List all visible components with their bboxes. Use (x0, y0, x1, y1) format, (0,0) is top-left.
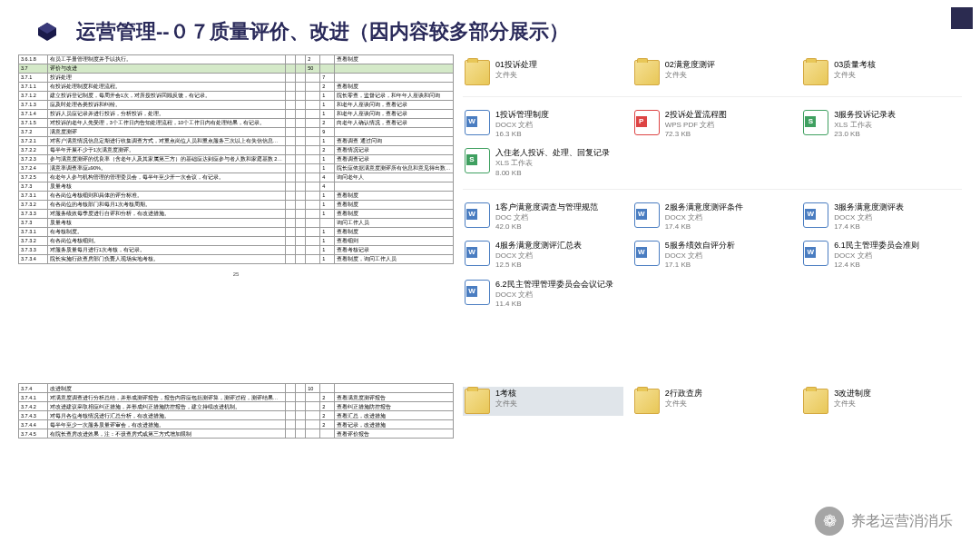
file-name: 2投诉处置流程图 (665, 110, 727, 121)
file-type: XLS 工作表 (834, 121, 896, 130)
file-grid-1: 1投诉管理制度DOCX 文档16.3 KB2投诉处置流程图WPS PDF 文档7… (463, 108, 962, 190)
file-panel: 01投诉处理文件夹02满意度测评文件夹03质量考核文件夹 1投诉管理制度DOCX… (463, 54, 962, 310)
xls-icon (465, 148, 490, 173)
folder-item[interactable]: 02满意度测评文件夹 (632, 58, 793, 87)
file-size: 72.3 KB (665, 130, 727, 139)
file-type: WPS PDF 文档 (665, 121, 727, 130)
file-item[interactable]: 1投诉管理制度DOCX 文档16.3 KB (463, 108, 623, 141)
table-row: 3.7.1.2建立投诉登记制度，每周开会1次，对所授投诉回顾反馈，有记录。1院长… (19, 92, 454, 101)
table-row: 3.7.3.3对服务绩效每季度进行自评和分析，有改进措施。1查看制度 (19, 210, 454, 219)
file-name: 03质量考核 (834, 60, 876, 71)
folder-icon (634, 60, 660, 85)
file-size: 42.0 KB (495, 222, 598, 232)
docx-icon (465, 202, 490, 228)
folder-icon (634, 389, 660, 414)
table-row: 3.7.2.3参与满意度测评的优良率（含老年人及其家属第三方）的基础应达到应参与… (19, 155, 454, 164)
file-item[interactable]: 3服务满意度测评表DOCX 文档17.4 KB (801, 201, 962, 233)
file-name: 2行政查房 (665, 389, 702, 399)
folder-item[interactable]: 03质量考核文件夹 (801, 58, 962, 87)
file-size: 23.0 KB (834, 130, 896, 139)
pdf-icon (634, 110, 660, 135)
file-name: 1客户满意度调查与管理规范 (495, 202, 598, 213)
table-row: 3.7.4改进制度10 (19, 384, 454, 393)
table-row: 3.6.1.8有员工手册管理制度并予以执行。2查看制度 (19, 55, 454, 64)
file-panel-2: 1考核文件夹2行政查房文件夹3改进制度文件夹 (463, 383, 962, 439)
file-item[interactable]: 4服务满意度测评汇总表DOCX 文档12.5 KB (463, 239, 623, 271)
folder-item[interactable]: 2行政查房文件夹 (632, 387, 793, 416)
table-row: 3.7.2.1对客户满意情况信息定期进行收集调查方式，对重点岗位人员和重点服务三… (19, 137, 454, 146)
docx-icon (634, 202, 660, 228)
docx-icon (465, 110, 490, 135)
table-row: 3.7.2.5有老年人参与机构管理的管理委员会，每半年至少开一次会议，有记录。4… (19, 173, 454, 182)
table-row: 3.7.3质量考核询问工作人员 (19, 219, 454, 228)
table-row: 3.7.3质量考核4 (19, 182, 454, 192)
file-name: 3改进制度 (834, 389, 871, 399)
watermark: ❁ 养老运营消消乐 (815, 507, 953, 536)
folder-grid-2: 1考核文件夹2行政查房文件夹3改进制度文件夹 (463, 387, 962, 416)
file-type: DOC 文档 (495, 213, 598, 222)
file-size: 12.4 KB (834, 261, 919, 270)
file-type: DOCX 文档 (495, 291, 613, 300)
file-item[interactable]: 2服务满意度测评条件DOCX 文档17.4 KB (632, 201, 793, 233)
table-row: 3.7.4.2对改进建议采取相应纠正措施，并形成纠正措施防控报告，建立持续改进机… (19, 402, 454, 411)
folder-icon (465, 389, 490, 414)
folder-item[interactable]: 01投诉处理文件夹 (463, 58, 623, 87)
header: 运营管理--０７质量评价、改进（因内容较多部分展示） (0, 0, 980, 54)
file-name: 3服务满意度测评表 (834, 202, 904, 213)
file-item[interactable]: 3服务投诉记录表XLS 工作表23.0 KB (801, 108, 962, 141)
file-type: 文件夹 (665, 399, 702, 409)
file-name: 1考核 (495, 389, 517, 399)
file-item[interactable]: 6.1民主管理委员会准则DOCX 文档12.4 KB (801, 239, 962, 271)
table-row: 3.7.1投诉处理7 (19, 74, 454, 83)
file-size: 12.5 KB (495, 261, 582, 270)
file-name: 3服务投诉记录表 (834, 110, 896, 121)
docx-icon (803, 241, 828, 266)
table-row: 3.7.4.1对满意度调查进行分析总结，并形成测评报告，报告内容应包括测评算，测… (19, 393, 454, 402)
file-name: 6.2民主管理管理委员会会议记录 (495, 280, 613, 291)
file-type: DOCX 文档 (495, 251, 582, 261)
table-row: 3.7.1.1有投诉处理制度和处理流程。2查看制度 (19, 83, 454, 92)
file-type: DOCX 文档 (665, 251, 735, 261)
page-number: 25 (18, 271, 454, 277)
table-row: 3.7.2.2每半年开展不少于1次满意度测评。2查看情况记录 (19, 146, 454, 155)
table-row: 3.7.4.5有院长查房改进效果，注：不设查房式或第三方式增加限制查看评价报告 (19, 429, 454, 439)
folder-icon (803, 60, 828, 85)
table-row: 3.7.3.4院长实施行政查房部门负责人现场实地考核。1查看制度，询问工作人员 (19, 255, 454, 264)
file-item[interactable]: 5服务绩效自评分析DOCX 文档17.1 KB (632, 239, 793, 271)
table-row: 3.7.3.3对服务质量每月进行1次考核，有记录。1查看考核记录 (19, 246, 454, 255)
xls-icon (803, 110, 828, 135)
file-type: DOCX 文档 (834, 213, 904, 222)
file-item[interactable]: 6.2民主管理管理委员会会议记录DOCX 文档11.4 KB (463, 278, 623, 310)
file-grid-2: 1客户满意度调查与管理规范DOC 文档42.0 KB2服务满意度测评条件DOCX… (463, 201, 962, 310)
file-item[interactable]: 1客户满意度调查与管理规范DOC 文档42.0 KB (463, 201, 623, 233)
file-item[interactable]: 入住老人投诉、处理、回复记录XLS 工作表8.00 KB (463, 146, 623, 179)
table-panel: 3.6.1.8有员工手册管理制度并予以执行。2查看制度3.7评价与改进503.7… (18, 54, 454, 310)
file-size: 11.4 KB (495, 300, 613, 309)
file-name: 01投诉处理 (495, 60, 537, 71)
evaluation-table-1: 3.6.1.8有员工手册管理制度并予以执行。2查看制度3.7评价与改进503.7… (18, 54, 454, 264)
wechat-icon: ❁ (815, 507, 844, 536)
file-type: 文件夹 (834, 71, 876, 80)
page-title: 运营管理--０７质量评价、改进（因内容较多部分展示） (76, 18, 569, 45)
file-name: 4服务满意度测评汇总表 (495, 241, 582, 251)
file-type: 文件夹 (495, 71, 537, 80)
table-row: 3.7.1.4投诉人员应记录并进行投诉，分析投诉，处理。1和老年人座谈问询，查看… (19, 110, 454, 119)
file-type: XLS 工作表 (495, 159, 610, 168)
folder-item[interactable]: 1考核文件夹 (463, 387, 623, 416)
file-size: 16.3 KB (495, 130, 549, 139)
file-size: 17.4 KB (665, 222, 743, 232)
file-name: 入住老人投诉、处理、回复记录 (495, 148, 610, 159)
folder-item[interactable]: 3改进制度文件夹 (801, 387, 962, 416)
file-type: DOCX 文档 (834, 251, 919, 261)
table-row: 3.7评价与改进50 (19, 64, 454, 74)
file-item[interactable]: 2投诉处置流程图WPS PDF 文档72.3 KB (632, 108, 793, 141)
evaluation-table-2: 3.7.4改进制度103.7.4.1对满意度调查进行分析总结，并形成测评报告，报… (18, 383, 454, 439)
file-name: 5服务绩效自评分析 (665, 241, 735, 251)
folder-icon (465, 60, 490, 85)
table-row: 3.7.2满意度测评9 (19, 128, 454, 137)
corner-box (951, 7, 973, 29)
file-type: 文件夹 (665, 71, 715, 80)
file-name: 2服务满意度测评条件 (665, 202, 743, 213)
logo-icon (36, 21, 58, 43)
table-row: 3.7.4.4每半年至少一次服务质量评审会，有改进措施。2查看记录，改进措施 (19, 420, 454, 429)
